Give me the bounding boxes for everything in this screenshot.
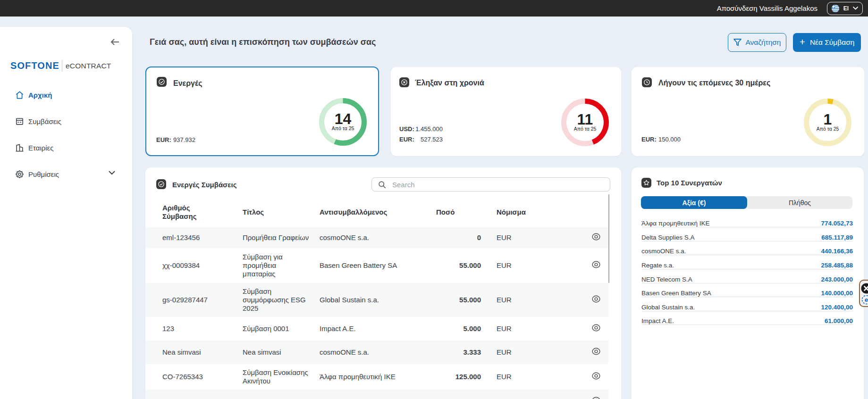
svg-text:e: e bbox=[865, 296, 868, 303]
